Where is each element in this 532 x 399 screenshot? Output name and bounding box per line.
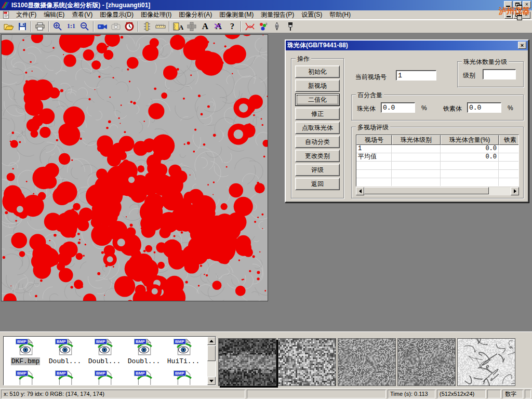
menu-edit[interactable]: 编辑(E) (40, 10, 68, 20)
file-item[interactable]: BMP HuiTi... (164, 338, 203, 365)
close-button[interactable]: × (523, 1, 531, 8)
brush-icon (287, 22, 294, 31)
child-restore-button[interactable] (513, 11, 522, 19)
text-tool-button[interactable]: A (199, 21, 211, 32)
col-grade-header[interactable]: 珠光体级别 (392, 135, 441, 145)
photo-capture-button[interactable] (110, 21, 122, 32)
toolbar-separator (31, 21, 32, 32)
ferrite-percent-input[interactable] (467, 102, 501, 113)
current-field-input[interactable] (396, 70, 436, 81)
bmp-file-icon[interactable]: BMP (17, 370, 34, 385)
bmp-file-icon[interactable]: BMP (56, 370, 74, 385)
binarized-pearlite-image[interactable] (2, 35, 268, 301)
red-curve-icon (245, 22, 255, 31)
auto-classify-button[interactable]: 自动分类 (295, 136, 340, 148)
change-class-button[interactable]: 更改类别 (295, 150, 340, 162)
thumbnail-5[interactable] (457, 338, 515, 386)
dialog-close-button[interactable]: × (518, 42, 526, 49)
menu-settings[interactable]: 设置(S) (298, 10, 326, 20)
caliper-icon (143, 22, 151, 31)
file-item[interactable]: BMP Doubl... (124, 338, 164, 365)
up-arrow-icon (209, 340, 214, 342)
scrollbar-track[interactable] (364, 187, 511, 195)
col-field-header[interactable]: 视场号 (356, 135, 392, 145)
child-close-button[interactable]: × (522, 11, 530, 19)
scroll-down-button[interactable] (207, 377, 216, 385)
scrollbar-thumb[interactable] (207, 345, 216, 361)
child-minimize-button[interactable] (504, 11, 513, 19)
menu-image-analysis[interactable]: 图像分析(A) (175, 10, 216, 20)
help-button[interactable]: ? (226, 21, 238, 32)
toolbar: 1:1 A A A (0, 20, 532, 33)
multifield-table: 视场号 珠光体级别 珠光体含量(%) 铁素 1 0.0 平均值 0 (356, 135, 519, 187)
menu-image-process[interactable]: 图像处理(I) (137, 10, 175, 20)
text-style-button[interactable]: A (212, 21, 225, 32)
scroll-right-button[interactable] (511, 187, 519, 195)
bmp-file-icon[interactable]: BMP (135, 370, 153, 385)
time-panel: Time (s): 0.113 (388, 390, 435, 398)
thumbnail-3[interactable] (338, 338, 396, 386)
restore-button[interactable] (513, 1, 522, 8)
bottom-panel: BMP DKF.bmp BMP Doubl... BMP (0, 331, 532, 388)
minimize-button[interactable] (504, 1, 512, 8)
bmp-file-icon[interactable]: BMP (96, 370, 113, 385)
zoom-in-button[interactable] (51, 21, 64, 32)
ruler-icon (155, 24, 166, 29)
down-arrow-icon (209, 380, 214, 382)
dialog-title-bar[interactable]: 珠光体(GB/T9441-88) × (286, 41, 528, 50)
restore-icon (515, 3, 520, 6)
initialize-button[interactable]: 初始化 (295, 65, 340, 78)
thumbnail-1[interactable] (218, 338, 276, 386)
ruler-text-icon: A (173, 22, 183, 31)
curve-tool-button[interactable] (244, 21, 256, 32)
print-button[interactable] (34, 21, 46, 32)
video-capture-button[interactable] (96, 21, 109, 32)
scroll-up-button[interactable] (207, 337, 216, 345)
file-name: Doubl... (127, 357, 161, 365)
bmp-file-icon[interactable]: BMP (175, 370, 192, 385)
col-pearlite-header[interactable]: 珠光体含量(%) (441, 135, 499, 145)
menu-image-display[interactable]: 图像显示(D) (96, 10, 137, 20)
pen-tool-button[interactable] (271, 21, 283, 32)
rate-button[interactable]: 评级 (295, 164, 340, 176)
app-logo-icon (1, 1, 9, 9)
menu-help[interactable]: 帮助(H) (326, 10, 354, 20)
zoom-out-button[interactable] (78, 21, 91, 32)
file-item[interactable]: BMP DKF.bmp (6, 338, 45, 365)
timer-button[interactable] (123, 21, 136, 32)
scroll-left-button[interactable] (356, 187, 364, 195)
status-bar: x: 510 y: 79 idx: 0 RGB: (174, 174, 174)… (0, 388, 532, 399)
toolbar-separator (169, 21, 170, 32)
zoom-in-icon (53, 22, 62, 31)
file-item[interactable]: BMP Doubl... (85, 338, 124, 365)
annotate-measure-button[interactable]: A (172, 21, 184, 32)
menu-image-measure[interactable]: 图像测量(M) (216, 10, 257, 20)
file-item[interactable]: BMP Doubl... (45, 338, 85, 365)
new-field-button[interactable]: 新视场 (295, 79, 340, 92)
phase-classify-button[interactable]: 3 (257, 21, 270, 32)
menu-report[interactable]: 测量报告(P) (257, 10, 298, 20)
open-file-button[interactable] (3, 21, 15, 32)
binarize-button[interactable]: 二值化 (295, 94, 340, 106)
table-row[interactable]: 1 0.0 (356, 145, 518, 153)
pick-pearlite-button[interactable]: 点取珠光体 (295, 122, 340, 134)
menu-view[interactable]: 查看(V) (68, 10, 96, 20)
thumbnail-4[interactable] (397, 338, 456, 386)
scrollbar-thumb[interactable] (364, 187, 489, 194)
menu-file[interactable]: 文件(F) (12, 10, 40, 20)
cell-ferrite (499, 145, 519, 153)
pearlite-percent-input[interactable] (381, 102, 415, 113)
zoom-actual-button[interactable]: 1:1 (65, 21, 77, 32)
col-ferrite-header[interactable]: 铁素 (499, 135, 519, 145)
grid-tool-button[interactable] (185, 21, 198, 32)
caliper-measure-button[interactable] (141, 21, 153, 32)
brush-tool-button[interactable] (284, 21, 297, 32)
image-size-panel: (512x512x24) (437, 390, 486, 398)
table-row[interactable]: 平均值 0.0 (356, 153, 518, 162)
return-button[interactable]: 返回 (295, 178, 340, 190)
thumbnail-2[interactable] (278, 338, 336, 386)
correct-button[interactable]: 修正 (295, 108, 340, 120)
grade-input[interactable] (483, 69, 516, 79)
save-button[interactable] (16, 21, 29, 32)
ruler-measure-button[interactable] (154, 21, 167, 32)
